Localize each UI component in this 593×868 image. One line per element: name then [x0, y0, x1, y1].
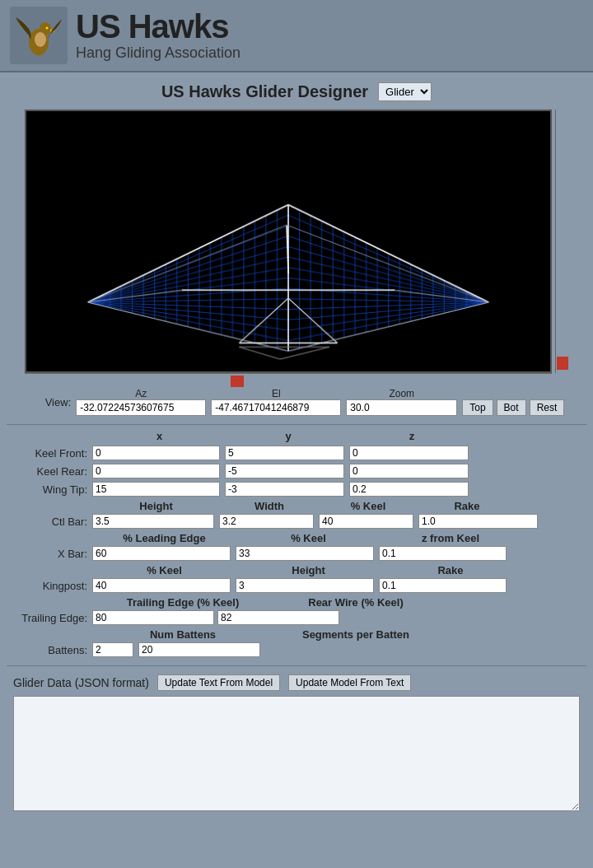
eagle-icon	[10, 7, 68, 64]
wing-tip-label: Wing Tip:	[13, 483, 87, 496]
org-name-line1: US Hawks	[76, 10, 240, 43]
wing-tip-z[interactable]	[349, 482, 469, 497]
3d-viewport[interactable]	[25, 110, 552, 373]
title-row: US Hawks Glider Designer Glider	[7, 82, 586, 101]
width-header: Width	[220, 500, 319, 512]
num-battens-header: Num Battens	[92, 628, 273, 641]
zoom-input[interactable]	[346, 399, 457, 416]
wing-tip-y[interactable]	[225, 482, 344, 497]
keel-rear-x[interactable]	[92, 464, 220, 478]
logo-area: US Hawks Hang Gliding Association	[10, 7, 240, 64]
wing-tip-x[interactable]	[92, 482, 220, 497]
params-section: x y z Keel Front: Keel Rear: Wing Tip:	[7, 424, 586, 666]
glider-select[interactable]: Glider	[378, 82, 432, 101]
keel-front-row: Keel Front:	[13, 446, 580, 460]
z-from-keel-header: z from Keel	[381, 532, 521, 544]
height-header2: Height	[236, 564, 381, 576]
keel-front-x[interactable]	[92, 446, 220, 460]
pct-keel-header2: % Keel	[236, 532, 381, 544]
keel-rear-label: Keel Rear:	[13, 465, 87, 478]
ctlbar-label: Ctl Bar:	[13, 516, 87, 528]
kingpost-label: Kingpost:	[13, 580, 87, 592]
glider-data-header: Glider Data (JSON format) Update Text Fr…	[13, 674, 580, 691]
update-text-button[interactable]: Update Text From Model	[157, 674, 280, 691]
vertical-scrollbar[interactable]	[555, 110, 568, 373]
kingpost-rake[interactable]	[379, 578, 507, 593]
rear-wire-value[interactable]	[217, 610, 339, 625]
keel-front-z[interactable]	[349, 446, 469, 460]
keel-rear-row: Keel Rear:	[13, 464, 580, 478]
view-label: View:	[45, 396, 72, 408]
update-model-button[interactable]: Update Model From Text	[288, 674, 411, 691]
pct-leading-edge-header: % Leading Edge	[92, 532, 236, 544]
xbar-label: X Bar:	[13, 548, 87, 560]
viewport-container	[25, 110, 568, 388]
h-scroll-thumb[interactable]	[231, 376, 244, 387]
view-controls: View: Az El Zoom Top Bot Rest	[7, 388, 586, 416]
y-header: y	[226, 430, 350, 442]
v-scroll-thumb[interactable]	[557, 357, 568, 370]
rake-header2: Rake	[381, 564, 521, 576]
trailing-edge-pct-header: Trailing Edge (% Keel)	[92, 596, 273, 609]
xbar-row: X Bar:	[13, 546, 580, 561]
svg-point-5	[35, 32, 46, 47]
view-buttons: Top Bot Rest	[462, 399, 564, 416]
num-battens-value[interactable]	[92, 642, 133, 657]
xbar-pct-keel[interactable]	[236, 546, 374, 561]
ctlbar-rake[interactable]	[418, 514, 538, 529]
el-label: El	[272, 388, 281, 399]
svg-point-4	[46, 27, 49, 30]
bot-button[interactable]: Bot	[497, 399, 526, 416]
keel-rear-z[interactable]	[349, 464, 469, 478]
xbar-z-from-keel[interactable]	[379, 546, 507, 561]
x-header: x	[92, 430, 226, 442]
segments-per-batten-value[interactable]	[138, 642, 260, 657]
rest-button[interactable]: Rest	[530, 399, 565, 416]
keel-front-y[interactable]	[225, 446, 344, 460]
kingpost-pct-keel[interactable]	[92, 578, 231, 593]
top-button[interactable]: Top	[462, 399, 493, 416]
az-input[interactable]	[76, 399, 206, 416]
rear-wire-pct-header: Rear Wire (% Keel)	[273, 596, 438, 609]
el-input[interactable]	[211, 399, 341, 416]
keel-front-label: Keel Front:	[13, 447, 87, 460]
glider-data-section: Glider Data (JSON format) Update Text Fr…	[7, 666, 586, 822]
segments-per-batten-header: Segments per Batten	[273, 628, 438, 641]
ctlbar-pct-keel[interactable]	[319, 514, 413, 529]
trailing-edge-label: Trailing Edge:	[13, 612, 87, 624]
org-name-line2: Hang Gliding Association	[76, 44, 240, 62]
kingpost-row: Kingpost:	[13, 578, 580, 593]
pct-keel-header3: % Keel	[92, 564, 236, 576]
pct-keel-header1: % Keel	[319, 500, 418, 512]
page-title: US Hawks Glider Designer	[161, 82, 368, 101]
trailing-edge-value[interactable]	[92, 610, 214, 625]
glider-json-textarea[interactable]	[13, 696, 580, 811]
header: US Hawks Hang Gliding Association	[0, 0, 593, 72]
trailing-edge-row: Trailing Edge:	[13, 610, 580, 625]
ctlbar-width[interactable]	[219, 514, 314, 529]
battens-row: Battens:	[13, 642, 580, 657]
height-header1: Height	[92, 500, 220, 512]
az-label: Az	[135, 388, 147, 399]
z-header: z	[350, 430, 474, 442]
horizontal-scrollbar[interactable]	[25, 373, 552, 388]
wing-tip-row: Wing Tip:	[13, 482, 580, 497]
glider-data-title: Glider Data (JSON format)	[13, 676, 149, 689]
zoom-label: Zoom	[389, 388, 414, 399]
ctlbar-height[interactable]	[92, 514, 214, 529]
xbar-pct-leading[interactable]	[92, 546, 231, 561]
keel-rear-y[interactable]	[225, 464, 344, 478]
main-content: US Hawks Glider Designer Glider View: Az…	[0, 72, 593, 832]
rake-header1: Rake	[418, 500, 516, 512]
org-name: US Hawks Hang Gliding Association	[76, 10, 240, 62]
ctlbar-row: Ctl Bar:	[13, 514, 580, 529]
glider-canvas	[26, 111, 550, 371]
battens-label: Battens:	[13, 644, 87, 656]
kingpost-height[interactable]	[236, 578, 374, 593]
